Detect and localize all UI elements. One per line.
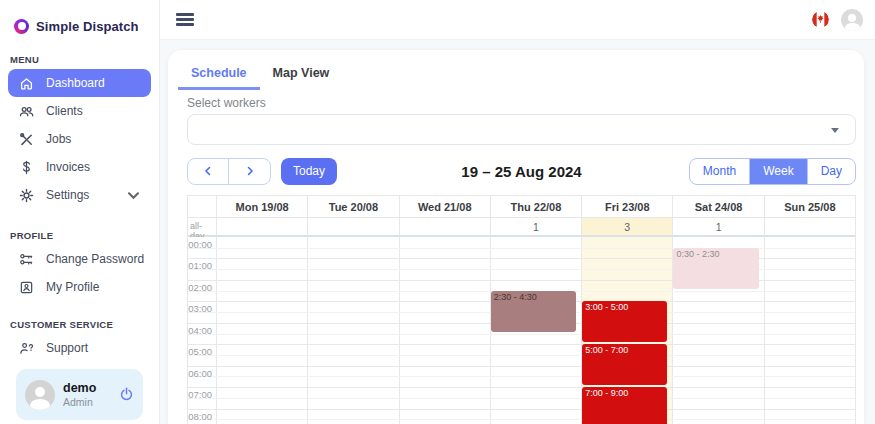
slot-line — [188, 366, 855, 367]
day-column — [399, 237, 490, 424]
support-icon — [19, 341, 34, 356]
main-area: Schedule Map View Select workers — [160, 0, 875, 424]
calendar-event[interactable]: 2:30 - 4:30 — [491, 291, 576, 332]
calendar-toolbar: Today 19 – 25 Aug 2024 Month Week Day — [187, 157, 856, 185]
slot-line — [188, 376, 855, 377]
time-label: 00:00 — [188, 239, 212, 250]
prev-button[interactable] — [188, 159, 229, 184]
tab-schedule[interactable]: Schedule — [178, 60, 260, 90]
sidebar-item-settings[interactable]: Settings — [8, 181, 151, 209]
time-label: 07:00 — [188, 389, 212, 400]
badge-icon — [19, 280, 34, 295]
logout-button[interactable] — [119, 387, 134, 402]
sidebar-item-jobs[interactable]: Jobs — [8, 125, 151, 153]
select-workers-input[interactable] — [187, 114, 856, 145]
sidebar-item-label: Settings — [46, 188, 89, 202]
allday-cell — [307, 218, 398, 235]
sidebar-item-label: Dashboard — [46, 76, 105, 90]
content-area: Schedule Map View Select workers — [160, 40, 875, 424]
user-card: demo Admin — [16, 369, 143, 420]
logo-ring-icon — [14, 19, 29, 34]
keys-icon — [19, 252, 34, 267]
dollar-icon — [19, 160, 34, 175]
day-column — [764, 237, 855, 424]
slot-line — [188, 419, 855, 420]
hamburger-menu-icon[interactable] — [176, 13, 194, 26]
calendar-event[interactable]: 7:00 - 9:00 — [582, 387, 667, 424]
date-range-title: 19 – 25 Aug 2024 — [461, 163, 581, 180]
time-label: 03:00 — [188, 303, 212, 314]
sidebar: Simple Dispatch MENU Dashboard Clients J… — [0, 0, 160, 424]
allday-cell: 1 — [672, 218, 763, 235]
slot-line — [188, 344, 855, 345]
slot-line — [188, 387, 855, 388]
day-header: Fri 23/08 — [581, 196, 672, 217]
time-label: 06:00 — [188, 368, 212, 379]
view-month-button[interactable]: Month — [690, 159, 749, 184]
user-name: demo — [63, 381, 96, 396]
chevron-left-icon — [203, 166, 213, 176]
sidebar-item-dashboard[interactable]: Dashboard — [8, 69, 151, 97]
slot-line — [188, 355, 855, 356]
select-workers-label: Select workers — [187, 96, 856, 110]
allday-cell: 1 — [490, 218, 581, 235]
calendar-event[interactable]: 3:00 - 5:00 — [582, 301, 667, 342]
sidebar-section-menu: MENU — [10, 54, 159, 65]
sidebar-section-customer-service: CUSTOMER SERVICE — [10, 319, 159, 330]
time-label: 01:00 — [188, 260, 212, 271]
today-button[interactable]: Today — [281, 158, 337, 185]
calendar-event[interactable]: 5:00 - 7:00 — [582, 344, 667, 385]
schedule-card: Schedule Map View Select workers — [168, 50, 864, 424]
day-column — [216, 237, 307, 424]
view-week-button[interactable]: Week — [749, 159, 806, 184]
day-header: Wed 21/08 — [399, 196, 490, 217]
sidebar-item-change-password[interactable]: Change Password — [8, 245, 151, 273]
sidebar-item-label: Change Password — [46, 252, 144, 266]
sidebar-item-label: Clients — [46, 104, 83, 118]
app-window: Simple Dispatch MENU Dashboard Clients J… — [0, 0, 875, 424]
time-label: 08:00 — [188, 411, 212, 422]
calendar-body: 00:0001:0002:0003:0004:0005:0006:0007:00… — [188, 237, 855, 424]
app-logo[interactable]: Simple Dispatch — [0, 0, 159, 40]
tab-bar: Schedule Map View — [178, 60, 856, 90]
app-title: Simple Dispatch — [36, 19, 139, 34]
sidebar-section-profile: PROFILE — [10, 230, 159, 241]
day-header: Tue 20/08 — [307, 196, 398, 217]
slot-line — [188, 398, 855, 399]
next-button[interactable] — [229, 159, 270, 184]
tools-icon — [19, 132, 34, 147]
user-avatar-icon[interactable] — [841, 9, 863, 31]
allday-cell — [216, 218, 307, 235]
time-label: 02:00 — [188, 282, 212, 293]
sidebar-item-support[interactable]: Support — [8, 334, 151, 362]
view-day-button[interactable]: Day — [807, 159, 855, 184]
user-role: Admin — [63, 396, 96, 408]
day-header: Mon 19/08 — [216, 196, 307, 217]
sidebar-item-my-profile[interactable]: My Profile — [8, 273, 151, 301]
sidebar-item-label: My Profile — [46, 280, 99, 294]
people-icon — [19, 104, 34, 119]
slot-line — [188, 334, 855, 335]
canada-flag-icon[interactable] — [812, 11, 829, 28]
sidebar-item-label: Jobs — [46, 132, 71, 146]
user-avatar — [25, 380, 55, 410]
allday-cell — [399, 218, 490, 235]
home-icon — [19, 76, 34, 91]
allday-label: all-day — [188, 218, 216, 235]
tab-map-view[interactable]: Map View — [260, 60, 343, 90]
sidebar-item-clients[interactable]: Clients — [8, 97, 151, 125]
gear-icon — [19, 188, 34, 203]
dropdown-arrow-icon — [831, 128, 839, 133]
sidebar-item-invoices[interactable]: Invoices — [8, 153, 151, 181]
calendar-day-header-row: Mon 19/08Tue 20/08Wed 21/08Thu 22/08Fri … — [188, 196, 855, 218]
day-column — [307, 237, 398, 424]
sidebar-item-label: Support — [46, 341, 88, 355]
day-header: Sat 24/08 — [672, 196, 763, 217]
slot-line — [188, 409, 855, 410]
calendar-event[interactable]: 0:30 - 2:30 — [673, 248, 758, 289]
day-header: Thu 22/08 — [490, 196, 581, 217]
allday-cell: 3 — [581, 218, 672, 235]
chevron-right-icon — [245, 166, 255, 176]
day-header: Sun 25/08 — [764, 196, 855, 217]
calendar-gutter-corner — [188, 196, 216, 217]
